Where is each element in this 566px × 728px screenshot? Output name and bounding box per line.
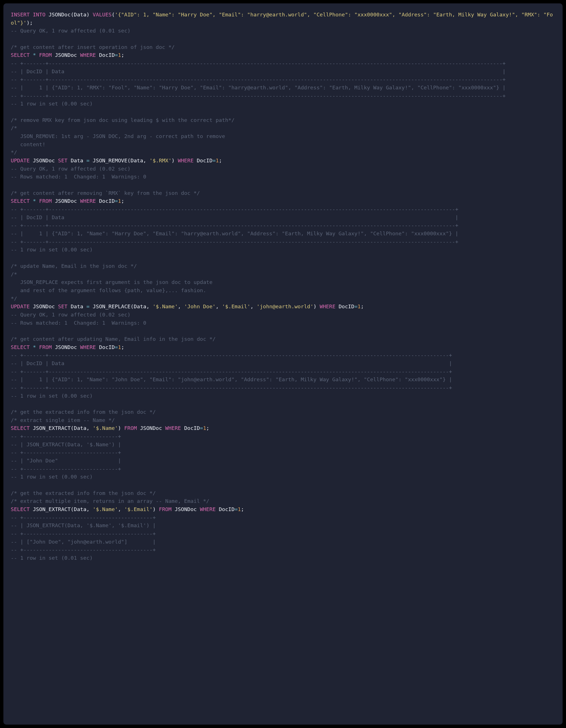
code-line: -- +------------------------------------… — [11, 514, 156, 520]
token-kw: VALUES — [93, 12, 112, 18]
token-kw: SELECT — [11, 506, 30, 512]
token-kw: SELECT — [11, 344, 30, 350]
code-line: -- | JSON_EXTRACT(Data, '$.Name', '$.Ema… — [11, 522, 156, 528]
token-ident — [36, 198, 39, 204]
token-cmt: -- +-------+----------------------------… — [11, 60, 506, 66]
token-op: * — [33, 52, 36, 58]
token-cmt: JSON_REMOVE: 1st arg - JSON DOC, 2nd arg… — [11, 133, 225, 139]
token-cmt: -- | "John Doe" | — [11, 458, 121, 464]
token-ident — [36, 52, 39, 58]
code-line: */ — [11, 149, 17, 155]
code-line: -- +-------+----------------------------… — [11, 60, 506, 66]
code-line: -- +------------------------------+ — [11, 433, 121, 439]
token-ident: JSONDoc(Data) — [46, 12, 93, 18]
code-line: -- | 1 | {"AID": 1, "Name": "John Doe", … — [11, 376, 452, 382]
token-ident: ; — [206, 425, 209, 431]
token-cmt: -- 1 row in set (0.00 sec) — [11, 474, 93, 480]
token-str: '$.Email' — [222, 303, 250, 309]
token-ident: JSONDoc — [52, 52, 80, 58]
token-cmt: -- | 1 | {"AID": 1, "RMX": "Fool", "Name… — [11, 85, 506, 91]
token-op: * — [33, 344, 36, 350]
token-ident: ) — [118, 425, 124, 431]
token-kw: SET — [58, 158, 67, 163]
token-ident: ; — [121, 52, 124, 58]
token-cmt: -- | 1 | {"AID": 1, "Name": "Harry Doe",… — [11, 231, 459, 236]
token-cmt: /* extract single item -- Name */ — [11, 417, 115, 423]
code-line: /* extract multiple item, returns in an … — [11, 498, 209, 504]
token-ident: DocID — [96, 52, 115, 58]
token-cmt: -- +-------+----------------------------… — [11, 206, 459, 212]
token-ident: ) — [152, 506, 159, 512]
token-ident: ) — [171, 158, 178, 163]
token-kw: INSERT INTO — [11, 12, 46, 18]
token-cmt: content! — [11, 141, 46, 147]
token-ident: ; — [361, 303, 364, 309]
token-ident — [30, 52, 33, 58]
token-cmt: -- +-------+----------------------------… — [11, 93, 506, 99]
code-line: -- +------------------------------+ — [11, 449, 121, 455]
token-cmt: -- Query OK, 1 row affected (0.01 sec) — [11, 28, 130, 34]
token-kw: FROM — [39, 52, 52, 58]
token-cmt: and rest of the argument follows {path, … — [11, 287, 206, 293]
code-line: SELECT * FROM JSONDoc WHERE DocID=1; — [11, 344, 124, 350]
code-line: -- +------------------------------------… — [11, 547, 156, 553]
code-line: /* get content after updating Name, Emai… — [11, 336, 216, 342]
token-num: 1 — [118, 52, 121, 58]
token-kw: WHERE — [178, 158, 193, 163]
token-kw: FROM — [39, 344, 52, 350]
token-cmt: /* get content after updating Name, Emai… — [11, 336, 216, 342]
token-kw: WHERE — [80, 198, 96, 204]
token-cmt: -- | DocID | Data | — [11, 360, 452, 366]
token-cmt: /* get the extracted info from the json … — [11, 490, 156, 496]
code-line: -- Rows matched: 1 Changed: 1 Warnings: … — [11, 320, 146, 326]
token-op: * — [33, 198, 36, 204]
code-line: /* extract single item -- Name */ — [11, 417, 115, 423]
code-line: -- | 1 | {"AID": 1, "Name": "Harry Doe",… — [11, 231, 459, 236]
code-line: SELECT * FROM JSONDoc WHERE DocID=1; — [11, 52, 124, 58]
token-num: 1 — [118, 344, 121, 350]
token-ident: JSON_REMOVE(Data, — [89, 158, 149, 163]
code-line: SELECT JSON_EXTRACT(Data, '$.Name') FROM… — [11, 425, 209, 431]
token-cmt: -- 1 row in set (0.00 sec) — [11, 101, 93, 107]
code-line: JSON_REMOVE: 1st arg - JSON DOC, 2nd arg… — [11, 133, 225, 139]
token-ident — [30, 198, 33, 204]
token-str: '$.Name' — [93, 506, 118, 512]
token-ident: JSONDoc — [52, 198, 80, 204]
token-num: 1 — [238, 506, 241, 512]
token-op: = — [115, 198, 118, 204]
token-ident: JSONDoc — [30, 303, 58, 309]
token-ident: , — [216, 303, 222, 309]
token-cmt: -- +-------+----------------------------… — [11, 385, 452, 391]
token-cmt: /* remove RMX key from json doc using le… — [11, 117, 234, 123]
code-line: /* — [11, 271, 17, 277]
token-ident: , — [250, 303, 257, 309]
token-cmt: -- Rows matched: 1 Changed: 1 Warnings: … — [11, 320, 146, 326]
code-line: -- 1 row in set (0.00 sec) — [11, 474, 93, 480]
token-cmt: -- 1 row in set (0.00 sec) — [11, 393, 93, 399]
code-line: SELECT JSON_EXTRACT(Data, '$.Name', '$.E… — [11, 506, 244, 512]
token-ident: , — [118, 506, 124, 512]
token-cmt: */ — [11, 149, 17, 155]
token-ident: ); — [27, 20, 33, 26]
token-op: = — [115, 52, 118, 58]
code-line: -- | JSON_EXTRACT(Data, '$.Name') | — [11, 441, 121, 447]
token-ident: JSON_EXTRACT(Data, — [30, 506, 93, 512]
token-cmt: -- +-------+----------------------------… — [11, 352, 452, 358]
token-ident: DocID — [96, 198, 115, 204]
token-cmt: -- +-------+----------------------------… — [11, 222, 459, 228]
token-cmt: -- +------------------------------+ — [11, 433, 121, 439]
token-cmt: /* get content after removing `RMX` key … — [11, 190, 200, 196]
code-line: content! — [11, 141, 46, 147]
token-cmt: -- | ["John Doe", "john@earth.world"] | — [11, 539, 156, 545]
code-line: -- +-------+----------------------------… — [11, 369, 452, 374]
token-op: = — [200, 425, 203, 431]
token-cmt: /* update Name, Email in the json doc */ — [11, 263, 137, 269]
token-cmt: JSON_REPLACE expects first argument is t… — [11, 279, 212, 285]
code-line: -- | DocID | Data | — [11, 214, 459, 220]
token-cmt: -- | JSON_EXTRACT(Data, '$.Name', '$.Ema… — [11, 522, 156, 528]
token-cmt: -- +------------------------------------… — [11, 514, 156, 520]
token-num: 1 — [358, 303, 361, 309]
token-ident: Data — [68, 158, 87, 163]
token-ident: ) — [313, 303, 320, 309]
token-num: 1 — [118, 198, 121, 204]
